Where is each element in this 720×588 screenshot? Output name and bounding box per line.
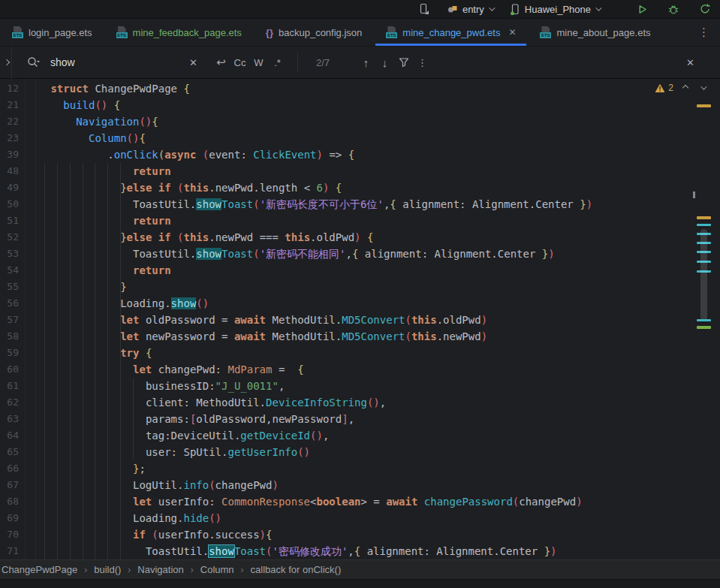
device-connector-icon[interactable] bbox=[416, 2, 431, 17]
close-tab-icon[interactable]: ✕ bbox=[508, 27, 516, 38]
indent-guide bbox=[133, 378, 134, 460]
restart-button[interactable] bbox=[697, 2, 712, 17]
vertical-scrollbar-thumb[interactable] bbox=[700, 229, 707, 321]
previous-match-button[interactable]: ↑ bbox=[357, 53, 375, 71]
tab-mine_change_pwd.ets[interactable]: ETSmine_change_pwd.ets✕ bbox=[374, 19, 528, 46]
code-text: .onClick(async (event: ClickEvent) => { bbox=[44, 146, 354, 163]
breadcrumb-item[interactable]: ChangePwdPage bbox=[2, 564, 77, 575]
warning-icon bbox=[655, 83, 665, 93]
breadcrumb-separator-icon: › bbox=[241, 565, 244, 575]
device-phone-icon bbox=[510, 4, 520, 15]
line-number: 52 bbox=[0, 229, 19, 246]
tab-label: mine_change_pwd.ets bbox=[402, 27, 500, 38]
breadcrumb: ChangePwdPage›build()›Navigation›Column›… bbox=[0, 559, 720, 579]
whole-words-toggle[interactable]: W bbox=[249, 53, 268, 71]
tab-options-kebab-icon[interactable]: ⋮ bbox=[688, 26, 720, 39]
code-line-21: 21build() { bbox=[0, 97, 720, 113]
line-number: 70 bbox=[0, 526, 19, 543]
stripe-search-match-mark[interactable] bbox=[697, 319, 711, 321]
code-text: }else if (this.newPwd.length < 6) { bbox=[44, 179, 342, 196]
next-problem-icon[interactable] bbox=[697, 83, 708, 93]
line-number: 62 bbox=[0, 394, 19, 411]
stripe-warning-mark[interactable] bbox=[697, 216, 711, 219]
code-line-12: 12struct ChangePwdPage { bbox=[0, 80, 720, 97]
search-results-count: 2/7 bbox=[298, 57, 348, 68]
regex-toggle[interactable]: .* bbox=[268, 53, 287, 71]
tab-mine_feedback_page.ets[interactable]: ETSmine_feedback_page.ets bbox=[104, 19, 254, 46]
breadcrumb-item[interactable]: callback for onClick() bbox=[251, 564, 342, 575]
breadcrumb-item[interactable]: build() bbox=[94, 564, 121, 575]
code-text: businessID:"J_U_0011", bbox=[44, 378, 285, 394]
chevron-down-icon bbox=[489, 5, 495, 11]
ets-file-icon: ETS bbox=[116, 26, 128, 38]
find-bar: ✕ ↩ Cc W .* 2/7 ↑ ↓ ⋮ ✕ bbox=[0, 47, 720, 79]
gutter-separator bbox=[25, 79, 26, 559]
search-icon[interactable] bbox=[27, 56, 41, 68]
line-number: 12 bbox=[0, 80, 19, 97]
breadcrumb-item[interactable]: Navigation bbox=[137, 564, 183, 575]
close-find-bar-button[interactable]: ✕ bbox=[681, 53, 700, 71]
device-label: Huawei_Phone bbox=[525, 4, 591, 15]
code-text: tag:DeviceUtil.getDeviceId(), bbox=[44, 427, 329, 444]
previous-problem-icon[interactable] bbox=[680, 83, 691, 93]
indent-guide bbox=[44, 163, 45, 559]
clear-search-icon[interactable]: ✕ bbox=[184, 53, 203, 71]
search-filter-icon[interactable] bbox=[394, 53, 413, 71]
line-number: 66 bbox=[0, 460, 19, 477]
code-text: let changePwd: MdParam = { bbox=[44, 361, 304, 378]
line-number: 69 bbox=[0, 510, 19, 526]
tab-backup_config.json[interactable]: {}backup_config.json bbox=[254, 19, 374, 46]
stripe-caret-mark bbox=[693, 191, 695, 198]
line-number: 23 bbox=[0, 130, 19, 146]
match-case-toggle[interactable]: Cc bbox=[230, 53, 249, 71]
search-options-kebab-icon[interactable]: ⋮ bbox=[413, 53, 432, 71]
tab-label: backup_config.json bbox=[279, 27, 362, 38]
editor-tab-bar: ETSlogin_page.etsETSmine_feedback_page.e… bbox=[0, 19, 720, 47]
debug-button[interactable] bbox=[666, 2, 681, 17]
device-selector[interactable]: Huawei_Phone bbox=[510, 4, 600, 15]
ets-file-icon: ETS bbox=[540, 26, 551, 38]
breadcrumb-item[interactable]: Column bbox=[200, 564, 234, 575]
line-number: 65 bbox=[0, 444, 19, 460]
search-match-highlight: show bbox=[196, 248, 221, 260]
code-text: Loading.hide() bbox=[44, 510, 221, 526]
run-button[interactable] bbox=[634, 2, 649, 17]
module-icon bbox=[447, 4, 458, 14]
ide-window: entry Huawei_Phone bbox=[0, 0, 720, 588]
line-number: 49 bbox=[0, 179, 19, 196]
code-text: if (userInfo.success){ bbox=[44, 526, 272, 543]
next-match-button[interactable]: ↓ bbox=[375, 53, 394, 71]
tab-label: mine_about_page.ets bbox=[556, 27, 650, 38]
code-text: let oldPassword = await MethodUtil.MD5Co… bbox=[44, 312, 487, 328]
line-number: 68 bbox=[0, 493, 19, 510]
inspection-widget[interactable]: 2 bbox=[655, 83, 708, 93]
breadcrumb-separator-icon: › bbox=[128, 565, 131, 575]
tab-login_page.ets[interactable]: ETSlogin_page.ets bbox=[0, 19, 104, 46]
stripe-search-match-mark[interactable] bbox=[697, 224, 711, 226]
search-match-highlight: show bbox=[196, 198, 221, 210]
indent-guide bbox=[83, 163, 83, 559]
code-text: ToastUtil.showToast('新密码长度不可小于6位',{ alig… bbox=[44, 196, 592, 213]
line-number: 55 bbox=[0, 279, 19, 295]
tab-label: mine_feedback_page.ets bbox=[133, 27, 242, 38]
warning-count: 2 bbox=[668, 83, 673, 93]
code-text: let userInfo: CommonResponse<boolean> = … bbox=[44, 493, 583, 510]
search-input[interactable] bbox=[50, 56, 184, 68]
line-number: 48 bbox=[0, 163, 19, 179]
line-number: 71 bbox=[0, 543, 19, 559]
collapse-find-panel-icon[interactable] bbox=[2, 60, 11, 65]
tab-mine_about_page.ets[interactable]: ETSmine_about_page.ets bbox=[528, 19, 662, 46]
stripe-warning-mark[interactable] bbox=[697, 104, 711, 107]
divider bbox=[11, 47, 12, 79]
chevron-down-icon bbox=[595, 5, 601, 11]
line-number: 50 bbox=[0, 196, 19, 213]
code-text: ToastUtil.showToast('密码修改成功',{ alignment… bbox=[44, 543, 557, 559]
module-selector[interactable]: entry bbox=[447, 4, 493, 15]
code-text: params:[oldPassword,newPassword], bbox=[44, 411, 354, 427]
multiline-search-toggle-icon[interactable]: ↩ bbox=[212, 53, 230, 71]
stripe-vcs-mark[interactable] bbox=[697, 326, 711, 329]
line-number: 21 bbox=[0, 97, 19, 113]
module-label: entry bbox=[462, 4, 484, 15]
line-number: 51 bbox=[0, 213, 19, 229]
indent-guide bbox=[120, 163, 121, 559]
